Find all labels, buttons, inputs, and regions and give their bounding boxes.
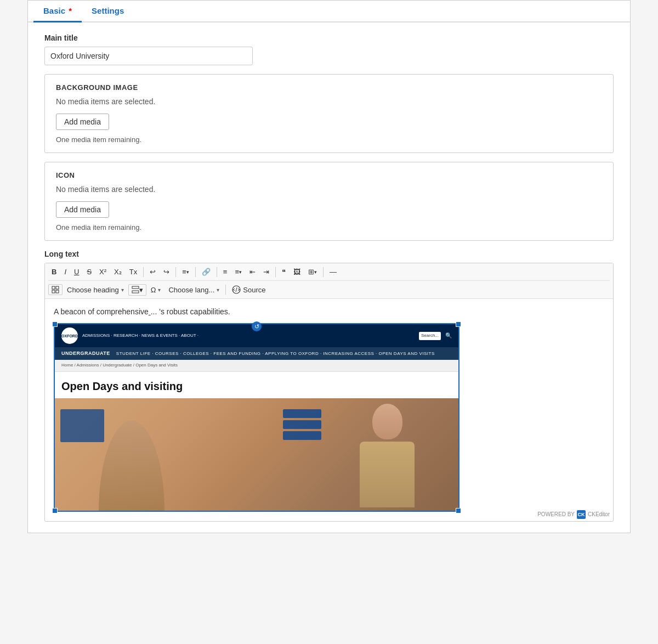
icon-add-media-button[interactable]: Add media [56, 201, 109, 218]
oxford-hero-image [55, 398, 458, 511]
background-image-remaining: One media item remaining. [56, 135, 602, 144]
heading-dropdown[interactable]: Choose heading ▾ [64, 284, 127, 296]
icon-add-media-label: Add media [64, 205, 101, 214]
background-image-title: BACKGROUND IMAGE [56, 83, 602, 92]
editor-text: A beacon of comprehensive ... 's robust … [54, 306, 604, 318]
resize-handle-tr[interactable] [456, 321, 461, 327]
format-dropdown-arrow: ▾ [139, 286, 143, 294]
background-image-no-items: No media items are selected. [56, 97, 602, 106]
sign-2 [283, 420, 321, 429]
source-button[interactable]: Source [229, 283, 269, 296]
bold-button[interactable]: B [48, 265, 60, 278]
sign-1 [283, 409, 321, 418]
oxford-subnav-items: STUDENT LIFE · COURSES · COLLEGES · FEES… [116, 351, 435, 356]
heading-dropdown-arrow: ▾ [121, 287, 124, 293]
strikethrough-button[interactable]: S [83, 265, 95, 278]
svg-rect-0 [52, 286, 55, 289]
svg-rect-1 [56, 286, 59, 289]
toolbar-separator-4 [217, 267, 217, 277]
subscript-button[interactable]: X₂ [111, 265, 125, 278]
resize-handle-br[interactable] [456, 508, 461, 513]
format-dropdown[interactable]: ▾ [128, 284, 146, 296]
hr-button[interactable]: — [326, 265, 340, 278]
undo-button[interactable]: ↩ [146, 265, 159, 278]
oxford-subnav-main: UNDERGRADUATE [61, 351, 110, 356]
oxford-subnav: UNDERGRADUATE STUDENT LIFE · COURSES · C… [55, 347, 458, 360]
link-button[interactable]: 🔗 [198, 265, 214, 278]
resize-handle-tl[interactable] [52, 321, 58, 327]
oxford-search: Search... [419, 332, 441, 340]
special-chars-icon [52, 286, 59, 293]
outdent-button[interactable]: ⇤ [246, 265, 259, 278]
tab-settings-label: Settings [92, 6, 124, 15]
numbered-list-button[interactable]: ≡ ▾ [231, 265, 245, 278]
tab-required-indicator: * [66, 6, 72, 15]
language-dropdown[interactable]: Choose lang... ▾ [165, 284, 223, 296]
powered-by-text: POWERED BY [537, 511, 575, 517]
oxford-search-icon: 🔍 [445, 331, 452, 340]
oxford-screenshot: OXFORD ADMISSIONS · RESEARCH · NEWS & EV… [55, 324, 458, 511]
ck-editor-content[interactable]: A beacon of comprehensive ... 's robust … [45, 299, 613, 521]
icon-title: ICON [56, 171, 602, 179]
superscript-button[interactable]: X² [96, 265, 110, 278]
redo-button[interactable]: ↪ [160, 265, 173, 278]
page-wrapper: Basic * Settings Main title BACKGROUND I… [27, 0, 631, 533]
heading-dropdown-label: Choose heading [67, 286, 119, 294]
oxford-logo: OXFORD [61, 327, 78, 344]
sign-3 [283, 431, 321, 440]
tabs-container: Basic * Settings [28, 1, 630, 22]
blue-signs [283, 409, 321, 440]
table-button[interactable]: ⊞ ▾ [305, 265, 320, 278]
ck-label: CKEditor [588, 511, 610, 517]
toolbar-separator-3 [195, 267, 196, 277]
rotate-handle[interactable]: ↺ [252, 321, 262, 331]
ck-logo: CK [577, 510, 586, 519]
background-image-section: BACKGROUND IMAGE No media items are sele… [44, 74, 614, 153]
toolbar-row-2: Choose heading ▾ ▾ Ω ▾ Choose lang... ▾ [48, 280, 610, 296]
bullet-list-button[interactable]: ≡ [220, 265, 231, 278]
align-button[interactable]: ≡ ▾ [179, 265, 192, 278]
long-text-label: Long text [44, 250, 614, 258]
icon-section: ICON No media items are selected. Add me… [44, 162, 614, 241]
ck-image-container: OXFORD ADMISSIONS · RESEARCH · NEWS & EV… [54, 323, 460, 512]
oxford-breadcrumb: Home / Admissions / Undergraduate / Open… [55, 360, 458, 372]
oxford-nav-items: ADMISSIONS · RESEARCH · NEWS & EVENTS · … [82, 332, 415, 340]
toolbar-separator-1 [143, 267, 144, 277]
image-button[interactable]: 🖼 [290, 265, 304, 278]
person-face [372, 404, 402, 439]
background-image-add-media-label: Add media [64, 117, 101, 126]
source-icon [232, 285, 241, 294]
language-dropdown-label: Choose lang... [168, 286, 214, 294]
omega-dropdown-arrow: ▾ [158, 287, 161, 293]
blockquote-button[interactable]: ❝ [279, 265, 289, 278]
person-body [360, 442, 415, 507]
content-area: Main title BACKGROUND IMAGE No media ite… [28, 22, 630, 533]
remove-format-button[interactable]: Tx [126, 265, 140, 278]
main-title-input[interactable] [44, 47, 253, 65]
oxford-screenshot-image: OXFORD ADMISSIONS · RESEARCH · NEWS & EV… [55, 324, 458, 511]
person-left [99, 398, 164, 511]
image-widget[interactable]: OXFORD ADMISSIONS · RESEARCH · NEWS & EV… [54, 323, 460, 514]
icon-no-items: No media items are selected. [56, 185, 602, 194]
tab-settings[interactable]: Settings [82, 1, 134, 22]
underline-button[interactable]: U [71, 265, 82, 278]
toolbar-separator-2 [175, 267, 176, 277]
source-btn-label: Source [243, 286, 265, 294]
ck-editor-wrapper: B I U S X² X₂ Tx ↩ ↪ ≡ ▾ 🔗 ≡ ≡ ▾ [44, 263, 614, 522]
main-title-label: Main title [44, 33, 614, 42]
language-dropdown-arrow: ▾ [217, 287, 219, 293]
tab-basic-label: Basic [43, 6, 65, 15]
omega-dropdown[interactable]: Ω ▾ [148, 284, 164, 296]
tab-basic[interactable]: Basic * [33, 1, 82, 22]
svg-rect-3 [56, 290, 59, 293]
background-image-add-media-button[interactable]: Add media [56, 114, 109, 130]
resize-handle-bl[interactable] [52, 508, 58, 513]
svg-rect-4 [132, 286, 139, 289]
ck-powered-badge: POWERED BY CK CKEditor [537, 510, 610, 519]
format-icon [132, 286, 139, 293]
person-right [332, 398, 442, 511]
italic-button[interactable]: I [61, 265, 70, 278]
omega-icon: Ω [151, 286, 156, 294]
special-chars-button[interactable] [48, 284, 63, 295]
indent-button[interactable]: ⇥ [260, 265, 273, 278]
